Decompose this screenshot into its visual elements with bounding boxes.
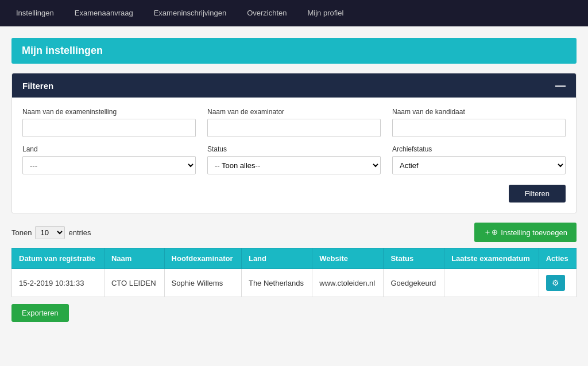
archiefstatus-label: Archiefstatus (392, 145, 566, 153)
table-header-row: Datum van registratie Naam Hoofdexaminat… (12, 248, 577, 269)
col-website: Website (312, 248, 384, 269)
examinator-label: Naam van de examinator (207, 108, 381, 116)
status-label: Status (207, 145, 381, 153)
nav-item-examenaanvraag[interactable]: Examenaanvraag (64, 0, 144, 26)
top-nav: Instellingen Examenaanvraag Exameninschr… (0, 0, 588, 26)
cell-laatste-examendatum (444, 269, 539, 297)
export-button[interactable]: Exporteren (11, 304, 69, 322)
kandidaat-label: Naam van de kandidaat (392, 108, 566, 116)
filter-group-kandidaat: Naam van de kandidaat (392, 108, 566, 137)
filter-group-exameninstelling: Naam van de exameninstelling (22, 108, 196, 137)
table-head: Datum van registratie Naam Hoofdexaminat… (12, 248, 577, 269)
filter-collapse-button[interactable]: — (555, 80, 566, 91)
gear-icon (552, 278, 559, 287)
page-content: Mijn instellingen Filteren — Naam van de… (0, 26, 588, 333)
examinator-input[interactable] (207, 119, 381, 137)
filter-row-2: Land --- Status -- Toon alles-- Archiefs… (22, 145, 566, 174)
kandidaat-input[interactable] (392, 119, 566, 137)
filter-group-land: Land --- (22, 145, 196, 174)
col-acties: Acties (539, 248, 576, 269)
archiefstatus-select[interactable]: Actief (392, 156, 566, 174)
filter-group-status: Status -- Toon alles-- (207, 145, 381, 174)
filter-row-1: Naam van de exameninstelling Naam van de… (22, 108, 566, 137)
plus-icon: ⊕ (483, 227, 498, 237)
page-title: Mijn instellingen (11, 38, 577, 64)
cell-website: www.ctoleiden.nl (312, 269, 384, 297)
status-select[interactable]: -- Toon alles-- (207, 156, 381, 174)
filter-group-examinator: Naam van de examinator (207, 108, 381, 137)
entries-label: entries (68, 228, 91, 237)
col-naam: Naam (104, 248, 164, 269)
col-laatste-examendatum: Laatste examendatum (444, 248, 539, 269)
col-hoofdexaminator: Hoofdexaminator (164, 248, 241, 269)
nav-item-overzichten[interactable]: Overzichten (237, 0, 297, 26)
filter-box: Filteren — Naam van de exameninstelling … (11, 73, 577, 213)
filter-group-archiefstatus: Archiefstatus Actief (392, 145, 566, 174)
filter-header: Filteren — (12, 73, 576, 98)
show-label: Tonen (11, 228, 32, 237)
land-select[interactable]: --- (22, 156, 196, 174)
exameninstelling-input[interactable] (22, 119, 196, 137)
add-button-label: Instelling toevoegen (501, 228, 567, 237)
cell-datum: 15-2-2019 10:31:33 (12, 269, 105, 297)
cell-hoofdexaminator: Sophie Willems (164, 269, 241, 297)
action-gear-button[interactable] (546, 275, 565, 291)
filter-button[interactable]: Filteren (509, 185, 566, 203)
land-label: Land (22, 145, 196, 153)
exameninstelling-label: Naam van de exameninstelling (22, 108, 196, 116)
cell-status: Goedgekeurd (384, 269, 444, 297)
table-body: 15-2-2019 10:31:33 CTO LEIDEN Sophie Wil… (12, 269, 577, 297)
col-status: Status (384, 248, 444, 269)
col-land: Land (241, 248, 312, 269)
filter-actions: Filteren (22, 182, 566, 203)
show-entries: Tonen 10 25 50 100 entries (11, 226, 91, 239)
entries-select[interactable]: 10 25 50 100 (35, 226, 65, 239)
cell-naam: CTO LEIDEN (104, 269, 164, 297)
cell-land: The Netherlands (241, 269, 312, 297)
filter-title: Filteren (22, 81, 53, 91)
add-instelling-button[interactable]: ⊕ Instelling toevoegen (474, 223, 577, 242)
cell-acties (539, 269, 576, 297)
data-table: Datum van registratie Naam Hoofdexaminat… (11, 248, 577, 297)
nav-item-mijnprofiel[interactable]: Mijn profiel (297, 0, 354, 26)
nav-item-instellingen[interactable]: Instellingen (6, 0, 64, 26)
col-datum: Datum van registratie (12, 248, 105, 269)
table-controls: Tonen 10 25 50 100 entries ⊕ Instelling … (11, 223, 577, 242)
table-row: 15-2-2019 10:31:33 CTO LEIDEN Sophie Wil… (12, 269, 577, 297)
nav-item-exameninschrijvingen[interactable]: Exameninschrijvingen (144, 0, 237, 26)
filter-body: Naam van de exameninstelling Naam van de… (12, 98, 576, 213)
